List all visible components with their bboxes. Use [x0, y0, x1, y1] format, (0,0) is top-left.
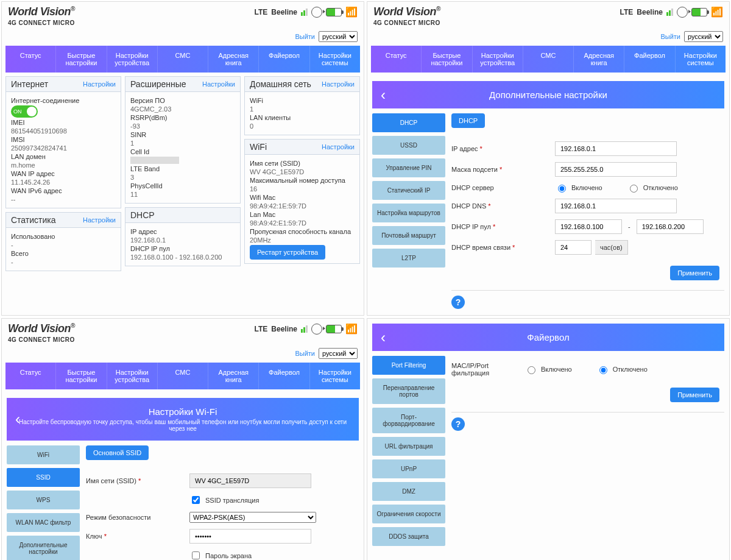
security-mode-select[interactable]: WPA2-PSK(AES)	[189, 512, 316, 523]
sidebar-item-ussd[interactable]: USSD	[372, 136, 445, 155]
stats-settings-link[interactable]: Настройки	[83, 216, 116, 224]
signal-icon	[301, 9, 308, 16]
tab-sms[interactable]: СМС	[158, 46, 208, 73]
sidebar-item-static-ip[interactable]: Статический IP	[372, 181, 445, 200]
apply-button[interactable]: Применить	[670, 388, 719, 402]
dhcp-dns-input[interactable]	[555, 199, 677, 213]
sidebar-item-mac-filter[interactable]: WLAN MAC фильтр	[7, 513, 80, 532]
sidebar-item-mail-route[interactable]: Почтовый маршрут	[372, 226, 445, 245]
ip-address-input[interactable]	[555, 141, 677, 156]
sidebar-item-ddos[interactable]: DDOS защита	[372, 527, 445, 546]
tab-contacts[interactable]: Адресная книга	[208, 46, 259, 73]
sidebar-item-l2tp[interactable]: L2TP	[372, 249, 445, 268]
screen-firewall: ‹ Файервол Port Filtering Перенаправлени…	[367, 318, 730, 560]
key-input[interactable]	[189, 529, 311, 544]
wifi-icon: 📶	[345, 323, 358, 335]
tab-firewall[interactable]: Файервол	[259, 46, 309, 73]
sidebar-item-wifi[interactable]: WiFi	[7, 445, 80, 464]
tab-firewall[interactable]: Файервол	[259, 363, 309, 389]
sidebar-item-port-filtering[interactable]: Port Filtering	[372, 356, 445, 375]
sidebar-item-upnp[interactable]: UPnP	[372, 459, 445, 478]
tab-status[interactable]: Статус	[5, 46, 56, 73]
subnet-mask-input[interactable]	[555, 162, 677, 177]
sidebar-item-routes[interactable]: Настройка маршрутов	[372, 204, 445, 222]
dhcp-server-on[interactable]	[558, 185, 566, 193]
filter-off[interactable]	[599, 366, 607, 374]
pool-dash: -	[628, 223, 630, 230]
tab-device[interactable]: Настройки устройства	[107, 363, 158, 389]
card-home: Домашняя сетьНастройки WiFi1 LAN клиенты…	[244, 76, 360, 135]
model: 4G CONNECT MICRO	[2, 19, 364, 30]
card-advanced: РасширенныеНастройки Версия ПО4GCMC_2.03…	[125, 76, 241, 204]
hours-label: час(ов)	[595, 240, 628, 255]
card-internet: ИнтернетНастройки Интернет-соединение ON…	[5, 76, 121, 208]
apply-button[interactable]: Применить	[670, 266, 719, 280]
page-title-bar: ‹ Дополнительные настройки	[372, 81, 724, 108]
back-icon[interactable]: ‹	[381, 329, 386, 346]
main-tabs: Статус Быстрые настройки Настройки устро…	[5, 46, 360, 73]
wifi-settings-link[interactable]: Настройки	[322, 143, 355, 151]
battery-icon	[326, 8, 342, 16]
filter-on[interactable]	[528, 366, 535, 374]
tab-status[interactable]: Статус	[5, 363, 56, 389]
header: World Vision® LTEBeeline 📶	[2, 2, 364, 19]
language-select[interactable]: русский	[319, 31, 358, 42]
internet-toggle[interactable]: ON	[11, 105, 38, 118]
wifi-icon: 📶	[345, 6, 358, 18]
back-icon[interactable]: ‹	[381, 87, 386, 104]
sidebar-item-wps[interactable]: WPS	[7, 491, 80, 509]
sidebar-item-pin[interactable]: Управление PIN	[372, 158, 445, 177]
signal-icon	[301, 325, 308, 333]
screen-dhcp: World Vision® LTEBeeline 📶 4G CONNECT MI…	[367, 1, 730, 316]
tab-sms[interactable]: СМС	[523, 46, 574, 73]
help-icon[interactable]: ?	[451, 296, 465, 309]
logout-link[interactable]: Выйти	[660, 33, 680, 40]
tab-quick[interactable]: Быстрые настройки	[422, 46, 472, 73]
tab-firewall[interactable]: Файервол	[624, 46, 675, 73]
section-pill: Основной SSID	[86, 445, 149, 460]
show-password-checkbox[interactable]	[192, 551, 200, 559]
language-select[interactable]: русский	[319, 348, 358, 359]
screen-wifi-settings: World Vision® LTEBeeline 📶 4G CONNECT MI…	[1, 318, 364, 560]
dhcp-server-off[interactable]	[630, 185, 638, 193]
tab-system[interactable]: Настройки системы	[676, 46, 726, 73]
tab-contacts[interactable]: Адресная книга	[208, 363, 259, 389]
card-stats: СтатистикаНастройки Использовано- Всего-	[5, 212, 121, 271]
sidebar-item-advanced[interactable]: Дополнительные настройки	[7, 536, 80, 560]
screen-status: World Vision® LTEBeeline 📶 4G CONNECT MI…	[1, 1, 364, 316]
sidebar-item-port-forwarding[interactable]: Порт-форвардирование	[372, 408, 445, 433]
tab-quick[interactable]: Быстрые настройки	[56, 363, 107, 389]
advanced-settings-link[interactable]: Настройки	[202, 80, 235, 88]
battery-icon	[691, 8, 707, 16]
language-select[interactable]: русский	[684, 31, 723, 42]
sidebar: DHCP USSD Управление PIN Статический IP …	[372, 113, 445, 309]
globe-icon	[311, 324, 322, 335]
sidebar-item-speed-limits[interactable]: Ограничения скорости	[372, 505, 445, 523]
sidebar-item-url-filter[interactable]: URL фильтрация	[372, 437, 445, 456]
dhcp-lease-input[interactable]	[555, 240, 592, 255]
sidebar-item-port-redirect[interactable]: Перенаправление портов	[372, 378, 445, 404]
battery-icon	[326, 325, 342, 333]
dhcp-pool-end[interactable]	[637, 219, 704, 234]
help-icon[interactable]: ?	[451, 417, 465, 431]
tab-quick[interactable]: Быстрые настройки	[56, 46, 107, 73]
logout-link[interactable]: Выйти	[295, 350, 315, 357]
tab-device[interactable]: Настройки устройства	[473, 46, 523, 73]
sidebar-item-dhcp[interactable]: DHCP	[372, 113, 445, 132]
home-settings-link[interactable]: Настройки	[322, 80, 355, 88]
restart-device-button[interactable]: Рестарт устройства	[250, 245, 325, 260]
tab-sms[interactable]: СМС	[158, 363, 208, 389]
tab-status[interactable]: Статус	[371, 46, 422, 73]
ssid-broadcast-checkbox[interactable]	[192, 496, 200, 504]
tab-device[interactable]: Настройки устройства	[107, 46, 158, 73]
dhcp-pool-start[interactable]	[555, 219, 622, 234]
tab-contacts[interactable]: Адресная книга	[574, 46, 624, 73]
internet-settings-link[interactable]: Настройки	[83, 80, 116, 88]
wifi-icon: 📶	[711, 6, 723, 18]
tab-system[interactable]: Настройки системы	[310, 46, 360, 73]
tab-system[interactable]: Настройки системы	[310, 363, 360, 389]
logout-link[interactable]: Выйти	[295, 33, 315, 40]
ssid-input[interactable]	[189, 473, 311, 488]
sidebar-item-ssid[interactable]: SSID	[7, 468, 80, 487]
sidebar-item-dmz[interactable]: DMZ	[372, 482, 445, 501]
